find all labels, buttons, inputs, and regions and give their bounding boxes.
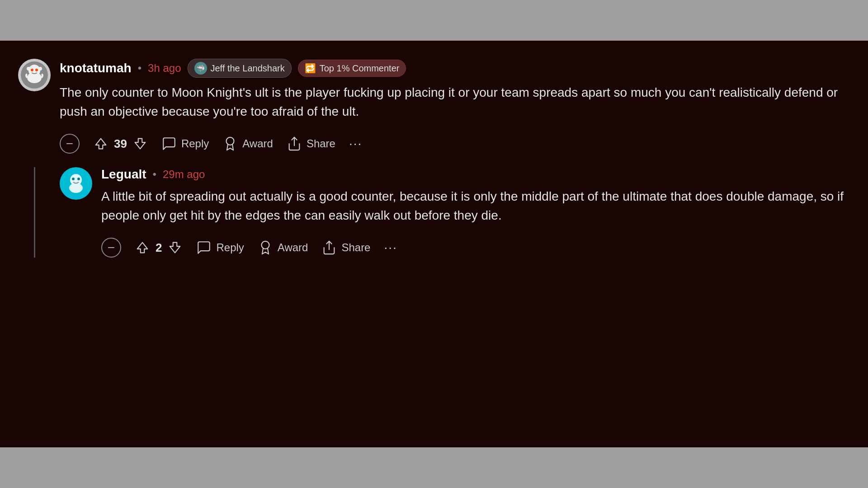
top-vote-count: 39 (114, 137, 127, 151)
award-icon (222, 136, 238, 151)
flair-top-commenter: 🔁 Top 1% Commenter (298, 60, 406, 77)
nested-upvote-button[interactable] (135, 240, 150, 255)
top-comment-avatar (18, 59, 51, 91)
svg-point-14 (261, 241, 269, 249)
nested-more-icon: ··· (384, 240, 397, 254)
top-upvote-button[interactable] (93, 136, 108, 151)
nested-more-button[interactable]: ··· (384, 240, 397, 255)
top-share-label: Share (307, 137, 335, 150)
nested-award-icon (258, 240, 273, 255)
nested-downvote-icon (167, 240, 183, 255)
top-comment-username: knotatumah (60, 61, 132, 75)
nested-reply-icon (196, 240, 212, 255)
flair-jeff: 🦈 Jeff the Landshark (188, 59, 292, 78)
reddit-card: knotatumah • 3h ago 🦈 Jeff the Landshark… (0, 41, 868, 447)
svg-point-12 (72, 178, 75, 180)
top-vote-group: 39 (93, 136, 148, 151)
nested-comment-username: Legualt (101, 167, 146, 182)
svg-point-13 (77, 178, 80, 180)
flair-top-icon: 🔁 (305, 63, 316, 74)
nested-vote-group: 2 (135, 240, 183, 255)
nested-downvote-button[interactable] (167, 240, 183, 255)
top-more-button[interactable]: ··· (349, 136, 362, 151)
top-award-button[interactable]: Award (222, 136, 273, 151)
top-comment-body: knotatumah • 3h ago 🦈 Jeff the Landshark… (60, 59, 850, 154)
nested-comment-header: Legualt • 29m ago (101, 167, 850, 182)
nested-share-label: Share (341, 241, 370, 254)
top-share-button[interactable]: Share (287, 136, 335, 151)
nested-thread: Legualt • 29m ago A little bit of spread… (18, 167, 850, 258)
flair-jeff-label: Jeff the Landshark (211, 63, 285, 74)
top-reply-button[interactable]: Reply (161, 136, 209, 151)
svg-point-3 (27, 67, 30, 70)
nested-comment-avatar (60, 167, 92, 200)
top-comment-dot: • (138, 62, 142, 75)
nested-comment-text: A little bit of spreading out actually i… (101, 187, 850, 225)
svg-point-6 (35, 69, 38, 71)
thread-line (34, 167, 35, 258)
svg-point-5 (31, 69, 33, 71)
nested-share-button[interactable]: Share (321, 240, 370, 255)
nested-minus-icon: − (108, 240, 115, 255)
top-collapse-button[interactable]: − (60, 134, 80, 154)
nested-comment: Legualt • 29m ago A little bit of spread… (60, 167, 850, 258)
svg-point-4 (38, 67, 42, 70)
svg-point-2 (28, 65, 40, 76)
nested-award-button[interactable]: Award (258, 240, 308, 255)
downvote-icon (132, 136, 148, 151)
nested-dot: • (153, 168, 156, 181)
top-reply-label: Reply (181, 137, 209, 150)
upvote-icon (93, 136, 108, 151)
svg-point-7 (226, 137, 234, 145)
nested-share-icon (321, 240, 337, 255)
svg-point-11 (69, 183, 83, 193)
minus-icon: − (66, 136, 73, 151)
nested-comment-actions: − 2 (101, 238, 850, 258)
nested-reply-button[interactable]: Reply (196, 240, 244, 255)
top-comment-actions: − 39 (60, 134, 850, 154)
reply-icon (161, 136, 177, 151)
top-comment-timestamp: 3h ago (148, 62, 181, 75)
top-downvote-button[interactable] (132, 136, 148, 151)
nested-comment-row: Legualt • 29m ago A little bit of spread… (60, 167, 850, 258)
top-comment-text: The only counter to Moon Knight's ult is… (60, 83, 850, 121)
nested-collapse-button[interactable]: − (101, 238, 121, 258)
flair-jeff-icon: 🦈 (194, 62, 207, 75)
top-award-label: Award (242, 137, 273, 150)
nested-vote-count: 2 (156, 241, 162, 255)
top-comment-header: knotatumah • 3h ago 🦈 Jeff the Landshark… (60, 59, 850, 78)
nested-award-label: Award (278, 241, 308, 254)
share-icon (287, 136, 302, 151)
nested-upvote-icon (135, 240, 150, 255)
flair-top-label: Top 1% Commenter (320, 63, 400, 74)
thread-line-col (18, 167, 51, 258)
nested-comment-timestamp: 29m ago (163, 168, 205, 181)
top-comment: knotatumah • 3h ago 🦈 Jeff the Landshark… (18, 59, 850, 154)
nested-comment-body: Legualt • 29m ago A little bit of spread… (101, 167, 850, 258)
nested-reply-label: Reply (216, 241, 244, 254)
more-icon: ··· (349, 136, 362, 150)
